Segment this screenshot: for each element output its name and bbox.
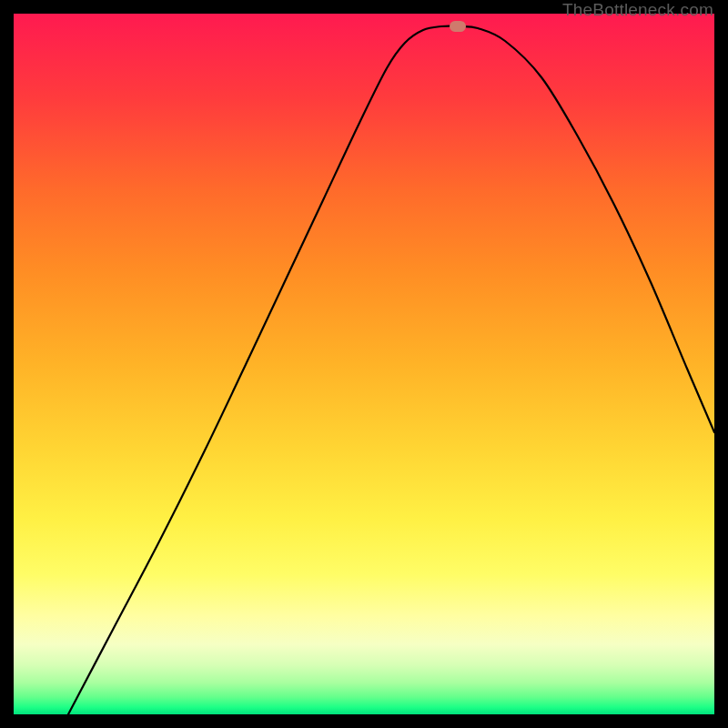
watermark-text: TheBottleneck.com bbox=[562, 0, 713, 20]
plot-area bbox=[14, 14, 714, 714]
bottleneck-curve bbox=[14, 14, 714, 714]
minimum-marker bbox=[450, 21, 466, 32]
chart-frame: TheBottleneck.com bbox=[0, 0, 728, 728]
